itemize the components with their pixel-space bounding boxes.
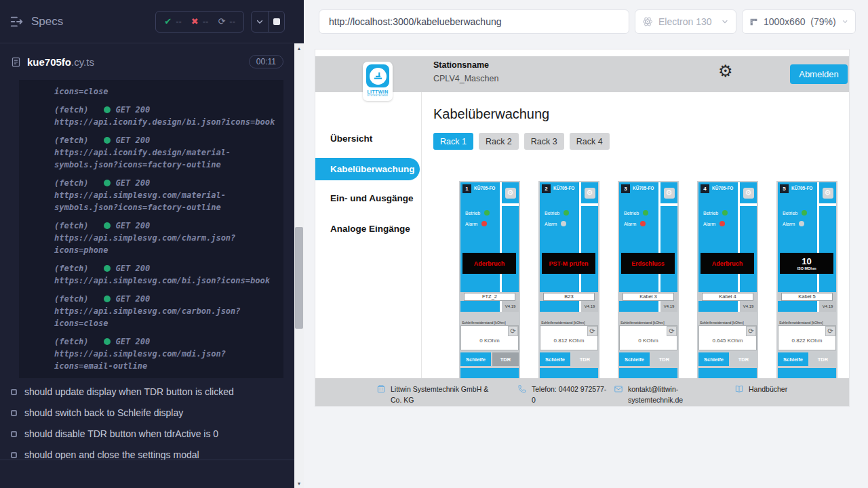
schleife-button[interactable]: Schleife [540,352,570,366]
browser-area: Electron 130 1000x660 (79%) LITTWIN SYST… [304,0,868,488]
schleife-button[interactable]: Schleife [619,352,650,366]
test-item[interactable]: should update display when TDR button is… [0,384,294,400]
log-entry[interactable]: (fetch)GET 200 https://api.simplesvg.com… [54,336,277,372]
log-entry[interactable]: icons=close [54,85,277,98]
tab-rack-3[interactable]: Rack 3 [524,133,564,150]
measurement-label: Schleifenwiderstand [kOhm] [460,319,519,325]
status-dot-icon [104,222,111,229]
sidebar-item-ein-und-ausgaenge[interactable]: Ein- und Ausgänge [330,193,414,203]
sidebar-item-kabelueberwachung[interactable]: Kabelüberwachung [315,158,420,180]
card-settings-gear-icon[interactable]: ⚙ [664,188,675,199]
tdr-button[interactable]: TDR [572,352,598,366]
card-settings-gear-icon[interactable]: ⚙ [585,188,595,199]
check-icon: ✔ [164,16,172,26]
test-item[interactable]: should open and close the settings modal [0,447,294,463]
schleife-button[interactable]: Schleife [778,352,808,366]
specs-toggle-icon[interactable] [9,14,24,29]
measurement-display: ⟳ 0.645 KOhm [698,325,757,350]
command-log: icons=close (fetch)GET 200 https://api.i… [19,80,283,378]
card-settings-gear-icon[interactable]: ⚙ [823,188,833,199]
cable-name: Kabel 4 [702,293,753,301]
refresh-icon[interactable]: ⟳ [587,326,597,336]
settings-gear-icon[interactable]: ⚙ [718,63,733,79]
sidebar-item-analoge-eingaenge[interactable]: Analoge Eingänge [330,224,410,234]
spec-timer: 00:11 [249,55,283,68]
betrieb-led [484,210,490,216]
tab-rack-4[interactable]: Rack 4 [570,133,610,150]
status-dot-icon [104,180,111,186]
runner-header: Specs ✔-- ✖-- ⟳-- [0,0,294,43]
test-item[interactable]: should disable TDR button when tdrActive… [0,426,294,442]
schleife-button[interactable]: Schleife [698,352,729,366]
tab-rack-1[interactable]: Rack 1 [433,133,473,150]
collapse-button[interactable] [252,12,268,32]
pending-test-icon [11,431,17,437]
log-entry[interactable]: (fetch)GET 200 https://api.simplesvg.com… [54,220,277,256]
chevron-down-icon [842,18,848,26]
stop-button[interactable] [268,12,284,32]
building-icon [376,384,386,394]
test-item[interactable]: should switch back to Schleife display [0,405,294,421]
tdr-button[interactable]: TDR [810,352,836,366]
alarm-led [799,221,804,226]
log-entry[interactable]: (fetch)GET 200 https://api.iconify.desig… [54,104,277,128]
app-viewport: LITTWIN SYSTEMTECHNIK Stationsname CPLV4… [315,49,850,407]
status-dot-icon [104,296,111,302]
tdr-button[interactable]: TDR [730,352,757,366]
tdr-button[interactable]: TDR [492,352,519,366]
book-icon [734,384,744,394]
scroll-up-icon[interactable]: ▲ [294,43,304,53]
pending-test-icon [11,389,17,395]
spec-file-row[interactable]: kue705fo.cy.ts 00:11 [0,43,294,80]
sidebar-separator [421,92,422,378]
log-entry[interactable]: (fetch)GET 200 https://api.simplesvg.com… [54,293,277,329]
scrollbar-thumb[interactable] [295,227,303,329]
log-entry[interactable]: (fetch)GET 200 https://api.simplesvg.com… [54,262,277,287]
refresh-icon[interactable]: ⟳ [746,326,756,336]
pending-test-icon [11,452,17,458]
footer-manuals[interactable]: Handbücher [734,384,823,394]
card-settings-gear-icon[interactable]: ⚙ [505,188,516,199]
logo-app-icon [366,64,389,87]
firmware-version: V4.19 [502,301,519,312]
runner-scrollbar[interactable]: ▲ ▼ [294,43,304,488]
firmware-version: V4.19 [581,301,598,312]
device-card-2: 2 KÜ705-FO Betrieb Alarm ⚙ [538,181,599,380]
refresh-icon[interactable]: ⟳ [825,326,835,336]
logout-button[interactable]: Abmelden [790,64,848,84]
betrieb-led [564,210,569,216]
cross-icon: ✖ [191,16,199,26]
alarm-led [719,221,725,226]
device-card-3: 3 KÜ705-FO Betrieb Alarm ⚙ [618,181,679,380]
card-model: KÜ705-FO [791,186,812,190]
electron-icon [642,16,653,27]
url-input[interactable] [319,9,629,34]
cable-name: Kabel 3 [623,293,674,301]
scroll-down-icon[interactable]: ▼ [294,479,304,488]
station-name: CPLV4_Maschen [433,74,498,83]
card-model: KÜ705-FO [553,186,574,190]
browser-select[interactable]: Electron 130 [635,9,736,34]
measurement-display: ⟳ 0 KOhm [619,325,677,350]
measurement-value: 0.812 KOhm [554,338,585,344]
refresh-icon[interactable]: ⟳ [667,326,677,336]
measurement-label: Schleifenwiderstand [kOhm] [698,319,757,325]
pending-test-icon [11,410,17,416]
log-entry[interactable]: (fetch)GET 200 https://api.simplesvg.com… [54,177,277,214]
card-number: 5 [780,184,789,193]
test-stats: ✔-- ✖-- ⟳-- [155,11,244,33]
log-entry[interactable]: (fetch)GET 200 https://api.iconify.desig… [54,134,277,171]
sidebar-item-uebersicht[interactable]: Übersicht [330,134,372,144]
tab-rack-2[interactable]: Rack 2 [479,133,519,150]
status-dot-icon [104,265,111,272]
measurement-display: ⟳ 0.822 KOhm [778,325,836,350]
schleife-button[interactable]: Schleife [460,352,491,366]
footer-email[interactable]: kontakt@littwin-systemtechnik.de [614,384,701,406]
status-display: Erdschluss [621,253,675,274]
tdr-button[interactable]: TDR [651,352,677,366]
runner-header-buttons [251,11,285,33]
viewport-size-select[interactable]: 1000x660 (79%) [742,9,856,34]
refresh-icon[interactable]: ⟳ [508,326,518,336]
logo-glyph-icon [372,70,384,82]
card-settings-gear-icon[interactable]: ⚙ [743,188,754,199]
